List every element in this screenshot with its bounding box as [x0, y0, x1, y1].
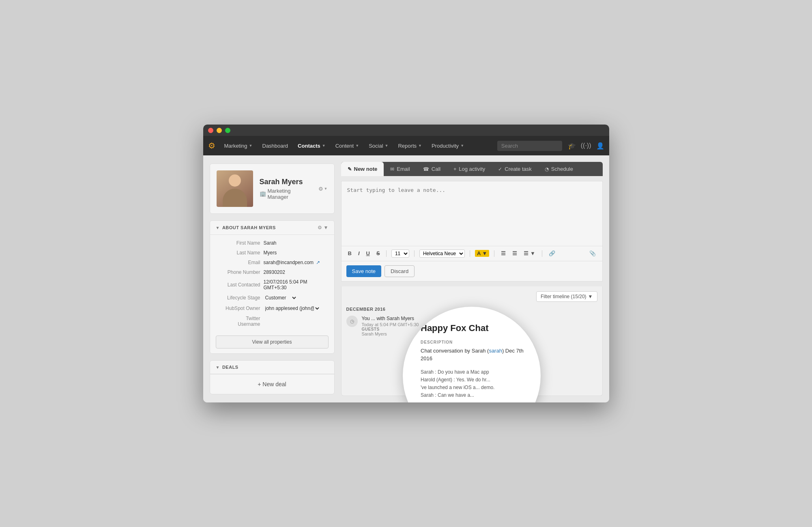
- bold-button[interactable]: B: [346, 250, 353, 257]
- link-button[interactable]: 🔗: [547, 250, 557, 257]
- prop-phone: Phone Number 28930202: [210, 267, 334, 277]
- tab-email[interactable]: ✉ Email: [384, 162, 417, 176]
- timeline-filter: Filter timeline (15/20) ▼: [346, 291, 597, 302]
- clock-icon: ◔: [545, 166, 549, 172]
- email-external-link[interactable]: ↗: [316, 260, 320, 265]
- profile-info: Sarah Myers 🏢 Marketing Manager: [260, 178, 312, 200]
- plus-icon: +: [453, 166, 456, 172]
- minimize-button[interactable]: [217, 128, 222, 133]
- about-section-header: ▼ ABOUT SARAH MYERS ⚙ ▼: [210, 221, 334, 235]
- note-actions: Save note Discard: [342, 261, 602, 281]
- hubspot-owner-select[interactable]: john appleseed (john@acme...: [264, 305, 320, 312]
- deals-section-header: ▼ DEALS: [210, 361, 334, 374]
- nav-social[interactable]: Social ▼: [365, 140, 392, 151]
- profile-card: Sarah Myers 🏢 Marketing Manager ⚙ ▼: [210, 163, 335, 214]
- edit-icon: ✎: [348, 166, 352, 172]
- tab-bar: ✎ New note ✉ Email ☎ Call + Log activity…: [341, 162, 603, 176]
- profile-name: Sarah Myers: [260, 178, 312, 186]
- properties-table: First Name Sarah Last Name Myers Email s…: [210, 235, 334, 332]
- separator: [414, 250, 415, 257]
- chat-line: Harold (Agent) : Yes. We do hr...: [421, 376, 494, 384]
- nav-marketing[interactable]: Marketing ▼: [220, 140, 257, 151]
- profile-title: 🏢 Marketing Manager: [260, 188, 312, 200]
- nav-contacts[interactable]: Contacts ▼: [294, 140, 330, 151]
- chevron-down-icon: ▼: [216, 365, 220, 370]
- tab-log-activity[interactable]: + Log activity: [447, 162, 492, 176]
- font-family-select[interactable]: Helvetica NeueArialGeorgia: [419, 250, 465, 258]
- discard-button[interactable]: Discard: [385, 265, 415, 277]
- phone-icon: ☎: [423, 166, 429, 172]
- left-panel: Sarah Myers 🏢 Marketing Manager ⚙ ▼ ▼: [203, 155, 341, 402]
- strikethrough-button[interactable]: S̶: [375, 250, 381, 257]
- separator: [386, 250, 387, 257]
- about-settings-button[interactable]: ⚙ ▼: [318, 225, 328, 230]
- chevron-down-icon: ▼: [355, 144, 359, 148]
- view-all-properties-button[interactable]: View all properties: [216, 336, 329, 348]
- popup-overlay: Happy Fox Chat DESCRIPTION Chat conversa…: [403, 307, 541, 403]
- separator: [542, 250, 542, 257]
- search-input[interactable]: [497, 141, 562, 151]
- nav-dashboard[interactable]: Dashboard: [258, 140, 292, 151]
- filter-timeline-button[interactable]: Filter timeline (15/20) ▼: [536, 291, 597, 302]
- chat-popup: Happy Fox Chat DESCRIPTION Chat conversa…: [403, 307, 541, 403]
- tab-call[interactable]: ☎ Call: [417, 162, 447, 176]
- building-icon: 🏢: [260, 191, 266, 197]
- lifecycle-stage-select[interactable]: Customer Lead MQL SQL Opportunity Evange…: [264, 295, 297, 301]
- text-color-button[interactable]: A ▼: [475, 250, 489, 257]
- right-panel: ✎ New note ✉ Email ☎ Call + Log activity…: [341, 155, 609, 402]
- unordered-list-button[interactable]: ☰: [499, 250, 507, 257]
- separator: [494, 250, 494, 257]
- chat-line: 've launched a new iOS a... demo.: [421, 384, 494, 391]
- prop-hubspot-owner: HubSpot Owner john appleseed (john@acme.…: [210, 303, 334, 314]
- academy-icon[interactable]: 🎓: [568, 142, 576, 150]
- note-textarea[interactable]: [342, 181, 602, 246]
- email-icon: ✉: [390, 166, 394, 172]
- main-content: Sarah Myers 🏢 Marketing Manager ⚙ ▼ ▼: [203, 155, 609, 402]
- popup-chat: Sarah : Do you have a Mac app Harold (Ag…: [421, 368, 494, 400]
- note-toolbar: B I U S̶ 118910 12141824 Helvetica NeueA…: [342, 246, 602, 261]
- chevron-down-icon: ▼: [460, 144, 464, 148]
- notifications-icon[interactable]: ((·)): [581, 142, 591, 149]
- deals-section: ▼ DEALS + New deal: [210, 360, 335, 394]
- maximize-button[interactable]: [225, 128, 230, 133]
- navbar: ⚙ Marketing ▼ Dashboard Contacts ▼ Conte…: [203, 136, 609, 155]
- tab-schedule[interactable]: ◔ Schedule: [538, 162, 580, 176]
- deals-section-title: ▼ DEALS: [216, 365, 238, 370]
- font-size-select[interactable]: 118910 12141824: [391, 250, 409, 258]
- popup-description-label: DESCRIPTION: [421, 340, 453, 344]
- chat-line: Sarah : Do you have a Mac app: [421, 368, 494, 376]
- attachment-button[interactable]: 📎: [588, 250, 597, 257]
- underline-button[interactable]: U: [365, 250, 372, 257]
- nav-productivity[interactable]: Productivity ▼: [427, 140, 468, 151]
- prop-last-name: Last Name Myers: [210, 248, 334, 258]
- separator: [470, 250, 470, 257]
- close-button[interactable]: [208, 128, 213, 133]
- prop-twitter: TwitterUsername: [210, 314, 334, 329]
- chat-line: Sarah : Can we have a...: [421, 391, 494, 399]
- prop-first-name: First Name Sarah: [210, 238, 334, 248]
- save-note-button[interactable]: Save note: [346, 265, 382, 277]
- chevron-down-icon: ▼: [249, 144, 253, 148]
- hubspot-logo: ⚙: [208, 141, 215, 151]
- about-section: ▼ ABOUT SARAH MYERS ⚙ ▼ First Name Sarah…: [210, 220, 335, 354]
- account-icon[interactable]: 👤: [596, 142, 604, 150]
- timeline-area: Filter timeline (15/20) ▼ DECEMBER 2016 …: [341, 286, 603, 396]
- align-button[interactable]: ☰ ▼: [522, 250, 537, 257]
- tab-new-note[interactable]: ✎ New note: [341, 162, 384, 176]
- profile-settings-button[interactable]: ⚙ ▼: [318, 186, 328, 192]
- about-section-title: ▼ ABOUT SARAH MYERS: [216, 225, 276, 230]
- check-icon: ✓: [498, 166, 502, 172]
- nav-content[interactable]: Content ▼: [331, 140, 363, 151]
- new-deal-button[interactable]: + New deal: [210, 374, 334, 394]
- popup-link[interactable]: sarah: [489, 348, 502, 354]
- prop-email: Email sarah@incandpen.com ↗: [210, 258, 334, 267]
- chevron-down-icon: ▼: [216, 226, 220, 230]
- nav-reports[interactable]: Reports ▼: [394, 140, 425, 151]
- popup-title: Happy Fox Chat: [421, 323, 488, 333]
- chevron-down-icon: ▼: [418, 144, 422, 148]
- ordered-list-button[interactable]: ☰: [511, 250, 519, 257]
- prop-lifecycle-stage: Lifecycle Stage Customer Lead MQL SQL Op…: [210, 293, 334, 303]
- tab-create-task[interactable]: ✓ Create task: [492, 162, 538, 176]
- italic-button[interactable]: I: [357, 250, 361, 257]
- clock-icon: ◷: [350, 318, 354, 324]
